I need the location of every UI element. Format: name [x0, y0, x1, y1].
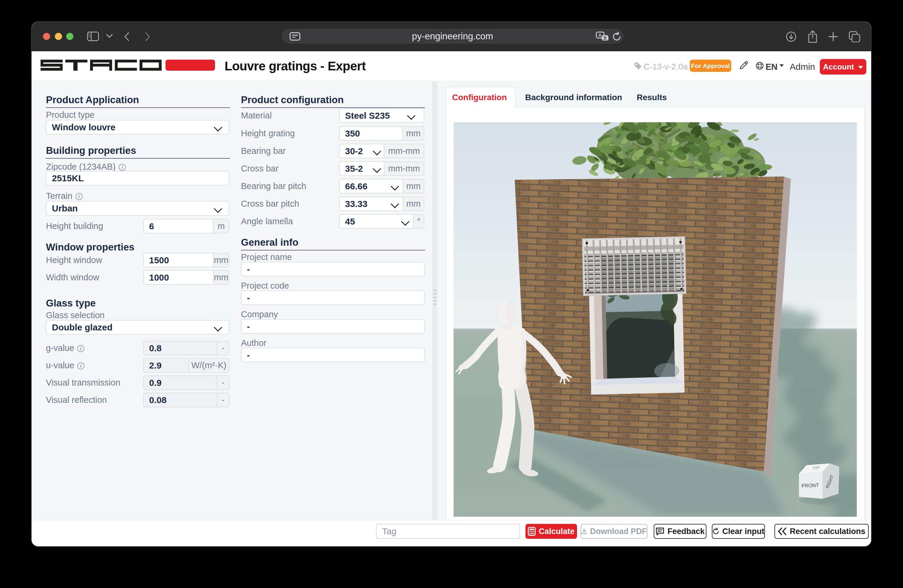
svg-text:A: A — [598, 33, 602, 38]
svg-text:FRONT: FRONT — [801, 483, 819, 489]
svg-text:文: 文 — [603, 36, 607, 40]
